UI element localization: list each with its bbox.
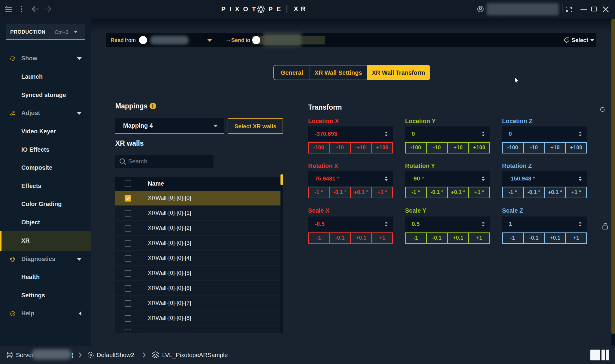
svg-text:?: ?	[12, 312, 14, 316]
